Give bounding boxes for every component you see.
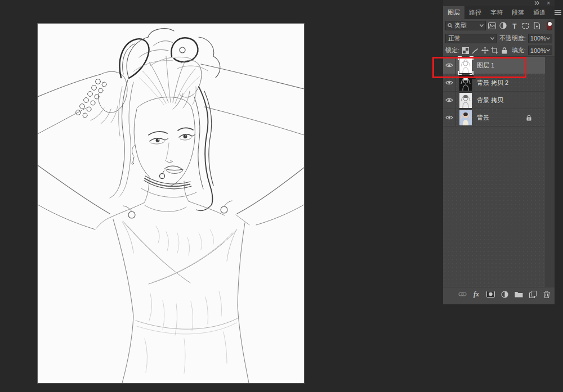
- lock-all-icon[interactable]: [501, 46, 508, 55]
- mask-icon[interactable]: [486, 290, 495, 299]
- layer-name[interactable]: 背景 拷贝 2: [477, 79, 508, 87]
- tab-paragraph[interactable]: 段落: [507, 6, 529, 19]
- visibility-toggle[interactable]: [443, 109, 456, 127]
- eye-icon: [445, 62, 453, 68]
- fill-value: 100%: [530, 47, 546, 54]
- visibility-toggle[interactable]: [443, 92, 456, 109]
- layer-thumbnail-light[interactable]: [459, 93, 472, 108]
- layer-list: 图层 1 背景 拷贝 2 背景 拷贝: [443, 56, 555, 287]
- layer-name[interactable]: 背景 拷贝: [477, 96, 503, 105]
- chevron-down-icon: [490, 37, 494, 40]
- folder-icon[interactable]: [514, 290, 523, 299]
- layer-row-background[interactable]: 背景: [443, 109, 545, 127]
- panel-menu-icon[interactable]: [550, 6, 563, 19]
- tab-character[interactable]: 字符: [486, 6, 507, 19]
- scrollbar-track[interactable]: [545, 57, 555, 287]
- layers-panel: × 图层 路径 字符 段落 通道 类型 T: [443, 0, 555, 305]
- new-layer-icon[interactable]: [528, 290, 537, 299]
- tab-layers[interactable]: 图层: [443, 6, 464, 19]
- eye-icon: [445, 115, 453, 120]
- lock-transparent-icon[interactable]: [462, 46, 469, 55]
- layer-row-bg-copy2[interactable]: 背景 拷贝 2: [443, 74, 545, 92]
- trash-icon[interactable]: [542, 290, 551, 299]
- layer-row-bg-copy[interactable]: 背景 拷贝: [443, 92, 545, 109]
- layer-thumbnail-photo[interactable]: [459, 110, 472, 125]
- blend-mode-select[interactable]: 正常: [445, 34, 497, 43]
- chevron-down-icon: [546, 49, 550, 52]
- opacity-input[interactable]: 100%: [528, 34, 552, 43]
- blend-mode-value: 正常: [448, 34, 461, 43]
- svg-text:T: T: [512, 22, 517, 29]
- panel-tab-bar: 图层 路径 字符 段落 通道: [443, 6, 555, 19]
- close-icon[interactable]: ×: [547, 1, 550, 6]
- layer-row-layer1[interactable]: 图层 1: [443, 57, 545, 74]
- lock-artboard-icon[interactable]: [491, 46, 498, 55]
- fx-icon[interactable]: fx: [472, 290, 481, 299]
- tab-channels[interactable]: 通道: [529, 6, 550, 19]
- fill-label: 填充:: [512, 46, 526, 55]
- tab-paths[interactable]: 路径: [464, 6, 486, 19]
- chevron-down-icon: [480, 24, 484, 27]
- filter-toggle-switch[interactable]: [547, 21, 552, 30]
- eye-icon: [445, 80, 453, 85]
- layer-name[interactable]: 背景: [477, 114, 489, 122]
- panel-bottom-bar: fx: [443, 287, 555, 301]
- opacity-label: 不透明度:: [499, 34, 526, 43]
- layer-name[interactable]: 图层 1: [477, 61, 494, 70]
- drag-indicator-triangle: [469, 74, 476, 79]
- panel-titlebar: ×: [443, 0, 555, 6]
- adjustment-icon[interactable]: [500, 290, 509, 299]
- lock-row: 锁定: 填充: 100%: [443, 44, 555, 56]
- layer-filter-row: 类型 T: [443, 19, 555, 32]
- shape-layer-filter-icon[interactable]: [521, 21, 530, 30]
- document-canvas[interactable]: [38, 24, 304, 383]
- blend-mode-row: 正常 不透明度: 100%: [443, 32, 555, 44]
- opacity-value: 100%: [530, 35, 546, 42]
- fill-input[interactable]: 100%: [528, 46, 552, 55]
- lock-label: 锁定:: [445, 46, 459, 55]
- filter-kind-label: 类型: [454, 21, 478, 30]
- chevron-down-icon: [546, 37, 550, 40]
- pixel-layer-filter-icon[interactable]: [488, 21, 497, 30]
- search-icon: [448, 23, 453, 28]
- visibility-toggle[interactable]: [443, 57, 456, 74]
- type-layer-filter-icon[interactable]: T: [510, 21, 519, 30]
- pencil-sketch-drawing: [38, 24, 304, 383]
- eye-icon: [445, 97, 453, 103]
- lock-pixels-icon[interactable]: [471, 46, 479, 55]
- lock-icon: [526, 115, 531, 121]
- adjustment-layer-filter-icon[interactable]: [498, 21, 508, 30]
- filter-kind-select[interactable]: 类型: [445, 21, 486, 30]
- link-icon[interactable]: [458, 290, 467, 299]
- lock-position-icon[interactable]: [481, 46, 489, 55]
- layer-thumbnail-sketch[interactable]: [459, 58, 472, 73]
- collapse-panel-icon[interactable]: [534, 1, 540, 5]
- smart-object-filter-icon[interactable]: [532, 21, 542, 30]
- selection-brackets: [458, 56, 473, 75]
- visibility-toggle[interactable]: [443, 74, 456, 92]
